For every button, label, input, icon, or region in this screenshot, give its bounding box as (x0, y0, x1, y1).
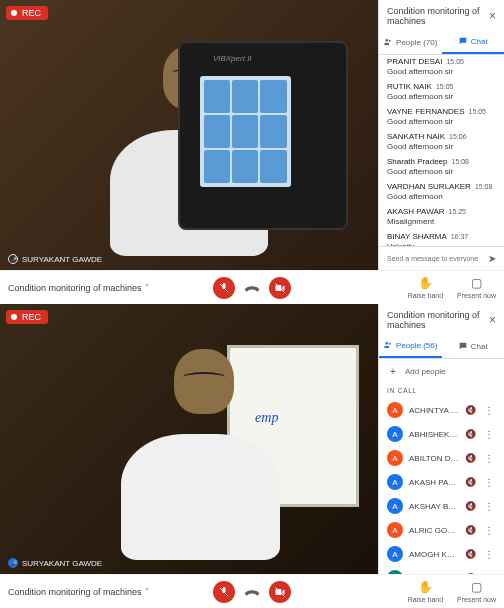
participant-row[interactable]: AALRIC GODINHO🔇⋮ (379, 518, 504, 542)
mic-off-icon (218, 282, 230, 294)
device-shown: VIBXpert II (178, 41, 348, 230)
meeting-name: Condition monitoring of machines (8, 587, 142, 597)
participant-name: ABILTON DOS REMEDIOS (409, 454, 459, 463)
participant-name: AKSHAY BATULE (409, 502, 459, 511)
mic-active-icon: 🎤 (8, 558, 18, 568)
chat-icon (458, 341, 468, 351)
hangup-button[interactable] (243, 282, 261, 294)
camera-off-button[interactable] (269, 581, 291, 603)
add-people-label: Add people (405, 367, 445, 376)
video-feed[interactable]: VIBXpert II REC 🎤 SURYAKANT GAWDE (0, 0, 378, 270)
chevron-up-icon: ˄ (145, 587, 149, 596)
people-icon (383, 37, 393, 47)
panel-title: Condition monitoring of machines (387, 6, 489, 26)
svg-point-6 (389, 343, 391, 345)
mic-active-icon: 🎤 (8, 254, 18, 264)
participant-name: ABHISHEK TARI (409, 430, 459, 439)
chat-text: Good afternoon sir (387, 142, 496, 151)
hangup-button[interactable] (243, 586, 261, 598)
participant-list[interactable]: AACHINTYA KAMBLI (You)🔇⋮AABHISHEK TARI🔇⋮… (379, 398, 504, 574)
participant-row[interactable]: AACHINTYA KAMBLI (You)🔇⋮ (379, 398, 504, 422)
camera-off-button[interactable] (269, 277, 291, 299)
tab-people-label: People (70) (396, 38, 437, 47)
participant-row[interactable]: AABHISHEK TARI🔇⋮ (379, 422, 504, 446)
meeting-name-toggle[interactable]: Condition monitoring of machines ˄ (8, 587, 149, 597)
tab-people[interactable]: People (56) (379, 334, 442, 358)
chat-message: VAYNE FERNANDES15:05Good afternoon sir (387, 107, 496, 126)
send-icon[interactable]: ➤ (488, 253, 496, 264)
chat-messages[interactable]: PRANIT DESAI15:05Good afternoon sirRUTIK… (379, 55, 504, 246)
video-content: VIBXpert II (0, 0, 378, 270)
close-icon[interactable]: × (489, 9, 496, 23)
more-icon[interactable]: ⋮ (482, 549, 496, 560)
chat-text: Good afternoon sir (387, 67, 496, 76)
phone-icon (243, 282, 261, 294)
more-icon[interactable]: ⋮ (482, 525, 496, 536)
chat-message: Sharath Pradeep15:08Good afternoon sir (387, 157, 496, 176)
svg-point-1 (389, 40, 391, 42)
panel-header: Condition monitoring of machines × (379, 304, 504, 334)
chat-text: Good afternoon sir (387, 167, 496, 176)
participant-name: ACHINTYA KAMBLI (You) (409, 406, 459, 415)
close-icon[interactable]: × (489, 313, 496, 327)
mute-mic-button[interactable] (213, 581, 235, 603)
chat-time: 15:05 (469, 108, 487, 115)
mic-off-icon[interactable]: 🔇 (465, 405, 476, 415)
avatar: A (387, 450, 403, 466)
chat-message: VARDHAN SURLAKER15:08Good afternoon (387, 182, 496, 201)
mic-off-icon[interactable]: 🔇 (465, 549, 476, 559)
bottom-bar: Condition monitoring of machines ˄ ✋ Rai… (0, 574, 504, 608)
tab-chat[interactable]: Chat (442, 30, 505, 54)
add-person-icon: + (387, 365, 399, 377)
presenter-name: SURYAKANT GAWDE (22, 255, 102, 264)
participant-row[interactable]: CCHAITTANYA HALDANK...🔇⋮ (379, 566, 504, 574)
add-people-button[interactable]: + Add people (379, 359, 504, 383)
camera-off-icon (274, 282, 286, 294)
mic-off-icon[interactable]: 🔇 (465, 477, 476, 487)
video-feed[interactable]: emp REC 🎤 SURYAKANT GAWDE (0, 304, 378, 574)
more-icon[interactable]: ⋮ (482, 429, 496, 440)
tab-people[interactable]: People (70) (379, 30, 442, 54)
hand-icon: ✋ (418, 580, 433, 594)
raise-hand-label: Raise hand (408, 596, 443, 603)
raise-hand-button[interactable]: ✋ Raise hand (408, 276, 443, 299)
more-icon[interactable]: ⋮ (482, 501, 496, 512)
participant-name: AMOGH KHANDOLKAR (409, 550, 459, 559)
people-icon (383, 340, 393, 350)
in-call-label: IN CALL (379, 383, 504, 398)
chat-sender: PRANIT DESAI (387, 57, 442, 66)
chat-time: 15:05 (436, 83, 454, 90)
present-button[interactable]: ▢ Present now (457, 276, 496, 299)
chat-sender: BINAY SHARMA (387, 232, 447, 241)
raise-hand-button[interactable]: ✋ Raise hand (408, 580, 443, 603)
meet-window-bottom: emp REC 🎤 SURYAKANT GAWDE Condition moni… (0, 304, 504, 608)
more-icon[interactable]: ⋮ (482, 453, 496, 464)
more-icon[interactable]: ⋮ (482, 405, 496, 416)
center-controls (213, 277, 291, 299)
mic-off-icon[interactable]: 🔇 (465, 525, 476, 535)
mic-off-icon[interactable]: 🔇 (465, 429, 476, 439)
participant-row[interactable]: AABILTON DOS REMEDIOS🔇⋮ (379, 446, 504, 470)
participant-row[interactable]: AAKASH PAWAR🔇⋮ (379, 470, 504, 494)
mic-off-icon[interactable]: 🔇 (465, 501, 476, 511)
chat-time: 15:25 (449, 208, 467, 215)
chat-time: 15:05 (446, 58, 464, 65)
present-button[interactable]: ▢ Present now (457, 580, 496, 603)
meet-window-top: VIBXpert II REC 🎤 SURYAKANT GAWDE Condit… (0, 0, 504, 304)
avatar: A (387, 498, 403, 514)
meeting-name-toggle[interactable]: Condition monitoring of machines ˄ (8, 283, 149, 293)
avatar: A (387, 474, 403, 490)
participant-row[interactable]: AAMOGH KHANDOLKAR🔇⋮ (379, 542, 504, 566)
hand-icon: ✋ (418, 276, 433, 290)
panel-header: Condition monitoring of machines × (379, 0, 504, 30)
chat-sender: VARDHAN SURLAKER (387, 182, 471, 191)
tab-chat[interactable]: Chat (442, 334, 505, 358)
mic-off-icon[interactable]: 🔇 (465, 453, 476, 463)
chat-text: Good afternoon sir (387, 117, 496, 126)
more-icon[interactable]: ⋮ (482, 477, 496, 488)
present-icon: ▢ (471, 276, 482, 290)
chat-input[interactable] (387, 255, 484, 262)
meeting-name: Condition monitoring of machines (8, 283, 142, 293)
mute-mic-button[interactable] (213, 277, 235, 299)
participant-row[interactable]: AAKSHAY BATULE🔇⋮ (379, 494, 504, 518)
